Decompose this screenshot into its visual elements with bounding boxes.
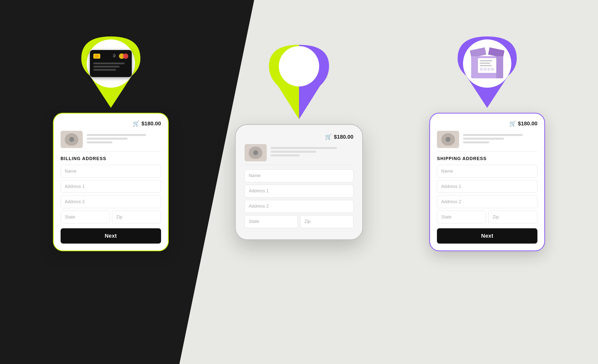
middle-cart-icon: 🛒 (325, 134, 332, 140)
shipping-card: 🛒 $180.00 SHIPPING ADDRESS (429, 113, 545, 251)
shipping-address2-input[interactable] (437, 195, 537, 208)
billing-pin (79, 34, 143, 110)
middle-card: 🛒 $180.00 (235, 124, 363, 240)
middle-price: $180.00 (334, 134, 353, 140)
middle-phone-frame: 🛒 $180.00 (235, 124, 363, 240)
shipping-address1-input[interactable] (437, 180, 537, 193)
shipping-zip-input[interactable] (488, 211, 537, 223)
shipping-speaker-image (441, 133, 455, 146)
shipping-phone-frame: 🛒 $180.00 SHIPPING ADDRESS (429, 113, 545, 251)
middle-name-input[interactable] (245, 169, 353, 182)
billing-phone-frame: 🛒 $180.00 BILLING ADDRESS (53, 113, 169, 251)
shipping-state-zip-row (437, 211, 537, 223)
shipping-product-info (463, 134, 537, 145)
shipping-next-button[interactable]: Next (437, 228, 537, 244)
billing-address2-input[interactable] (61, 195, 161, 208)
middle-speaker-image (249, 147, 262, 159)
billing-cart-info: 🛒 $180.00 (133, 120, 161, 127)
billing-state-input[interactable] (61, 211, 110, 223)
middle-zip-input[interactable] (300, 215, 353, 228)
chip-icon (93, 54, 100, 59)
shipping-state-input[interactable] (437, 211, 486, 223)
shipping-cart-icon: 🛒 (509, 120, 516, 127)
billing-name-input[interactable] (61, 165, 161, 178)
billing-next-button[interactable]: Next (61, 228, 161, 244)
speaker-image (65, 133, 78, 146)
billing-product-row (61, 131, 161, 152)
location-pin (265, 40, 333, 122)
svg-point-2 (279, 46, 319, 86)
middle-product-info (271, 147, 353, 158)
billing-state-zip-row (61, 211, 161, 223)
shipping-section-label: SHIPPING ADDRESS (437, 156, 537, 161)
billing-section-label: BILLING ADDRESS (61, 156, 161, 161)
credit-card-icon (90, 50, 132, 77)
billing-product-thumb (61, 131, 83, 148)
billing-card: 🛒 $180.00 BILLING ADDRESS (53, 113, 169, 251)
billing-zip-input[interactable] (112, 211, 161, 223)
shipping-product-row (437, 131, 537, 152)
middle-address2-input[interactable] (245, 200, 353, 213)
shipping-cart-info: 🛒 $180.00 (509, 120, 538, 127)
middle-state-zip-row (245, 215, 353, 228)
cart-icon: 🛒 (133, 120, 139, 127)
shipping-box-icon (467, 46, 507, 81)
middle-state-input[interactable] (245, 215, 298, 228)
shipping-pin (455, 34, 519, 110)
shipping-price: $180.00 (518, 120, 538, 127)
billing-price: $180.00 (141, 120, 161, 127)
shipping-name-input[interactable] (437, 165, 537, 178)
middle-cart-info: 🛒 $180.00 (325, 134, 353, 140)
middle-product-thumb (245, 144, 267, 161)
billing-product-info (87, 134, 161, 145)
middle-product-row (245, 144, 353, 165)
billing-address1-input[interactable] (61, 180, 161, 193)
shipping-product-thumb (437, 131, 459, 148)
nfc-icon (111, 53, 116, 58)
middle-address1-input[interactable] (245, 185, 353, 198)
